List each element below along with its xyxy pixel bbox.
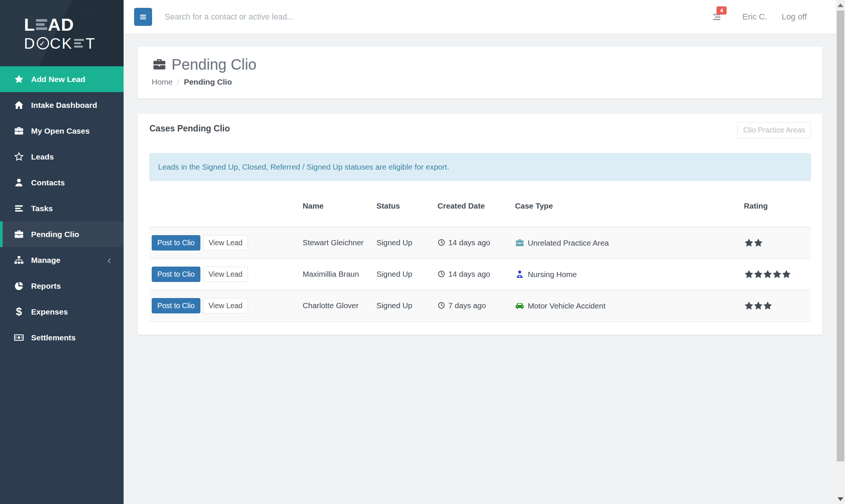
search-input[interactable]: [164, 0, 488, 34]
sitemap-icon: [14, 255, 24, 265]
cell-name: Maximillia Braun: [303, 258, 376, 290]
sidebar-item-label: Expenses: [31, 307, 68, 316]
breadcrumb-separator: /: [177, 78, 179, 86]
page-header-card: Pending Clio Home / Pending Clio: [138, 47, 823, 98]
sidebar: LAD D✓CKT Add New LeadIntake DashboardMy…: [0, 0, 124, 504]
dollar-icon: $: [14, 307, 24, 317]
sidebar-item-my-open-cases[interactable]: My Open Cases: [0, 118, 124, 144]
cell-rating: [744, 227, 811, 258]
sidebar-item-contacts[interactable]: Contacts: [0, 170, 124, 195]
star-icon: [744, 238, 754, 248]
star-icon: [753, 238, 763, 248]
star-icon: [744, 301, 754, 311]
cell-created-date: 14 days ago: [437, 258, 515, 290]
sidebar-item-label: Reports: [31, 282, 61, 291]
view-lead-button[interactable]: View Lead: [203, 298, 248, 313]
breadcrumb-current: Pending Clio: [184, 78, 232, 86]
sidebar-item-pending-clio[interactable]: Pending Clio: [0, 221, 124, 247]
sidebar-item-manage[interactable]: Manage: [0, 247, 124, 273]
cell-status: Signed Up: [376, 227, 437, 258]
sidebar-item-reports[interactable]: Reports: [0, 273, 124, 299]
column-header-case-type: Case Type: [515, 181, 744, 227]
topbar-right: 4 Eric C. Log off: [712, 0, 807, 34]
topbar: 4 Eric C. Log off: [124, 0, 836, 34]
briefcase-icon: [152, 57, 167, 72]
scrollbar-down-arrow[interactable]: [838, 497, 844, 501]
table-row: Post to ClioView LeadCharlotte GloverSig…: [149, 290, 811, 321]
sidebar-item-settlements[interactable]: Settlements: [0, 325, 124, 350]
scrollbar-thumb[interactable]: [837, 10, 844, 461]
sidebar-item-leads[interactable]: Leads: [0, 144, 124, 170]
nurse-icon: [515, 270, 524, 279]
view-lead-button[interactable]: View Lead: [203, 267, 248, 282]
home-icon: [14, 100, 24, 110]
sidebar-item-label: Leads: [31, 152, 54, 161]
table-row: Post to ClioView LeadMaximillia BraunSig…: [149, 258, 811, 290]
cell-case-type: Motor Vehicle Accident: [515, 290, 744, 321]
page-title: Pending Clio: [172, 56, 257, 73]
star-icon: [772, 269, 782, 279]
user-menu-link[interactable]: Eric C.: [742, 12, 767, 22]
sidebar-item-label: Intake Dashboard: [31, 101, 97, 110]
post-to-clio-button[interactable]: Post to Clio: [152, 235, 200, 251]
clock-icon: [437, 239, 445, 246]
post-to-clio-button[interactable]: Post to Clio: [152, 267, 200, 282]
hamburger-menu-icon: [139, 13, 148, 21]
logo-lead: LAD: [24, 16, 124, 33]
cell-rating: [744, 290, 811, 321]
star-outline-icon: [14, 152, 24, 162]
briefcase-icon: [515, 238, 524, 248]
money-bill-icon: [14, 333, 24, 343]
star-icon: [763, 301, 773, 311]
clock-icon: [437, 301, 445, 309]
sidebar-item-add-new-lead[interactable]: Add New Lead: [0, 66, 124, 92]
sidebar-item-label: Manage: [31, 256, 60, 265]
cell-rating: [744, 258, 811, 290]
pie-chart-icon: [14, 281, 24, 291]
car-icon: [515, 301, 524, 310]
sidebar-item-intake-dashboard[interactable]: Intake Dashboard: [0, 92, 124, 118]
cell-name: Stewart Gleichner: [303, 227, 376, 258]
sidebar-item-label: Contacts: [31, 178, 65, 187]
table-row: Post to ClioView LeadStewart GleichnerSi…: [149, 227, 811, 258]
column-header-rating: Rating: [744, 181, 811, 227]
logoff-link[interactable]: Log off: [782, 12, 807, 22]
column-header-name: Name: [303, 181, 376, 227]
cell-case-type: Unrelated Practice Area: [515, 227, 744, 258]
logo-e-lines-icon: [74, 39, 84, 48]
clio-practice-areas-button[interactable]: Clio Practice Areas: [737, 122, 811, 138]
menu-toggle-button[interactable]: [134, 8, 152, 26]
sidebar-item-label: Settlements: [31, 333, 76, 342]
view-lead-button[interactable]: View Lead: [203, 235, 248, 251]
app-logo[interactable]: LAD D✓CKT: [0, 0, 124, 66]
page-title-row: Pending Clio: [152, 56, 823, 73]
sidebar-item-label: My Open Cases: [31, 127, 90, 136]
notification-badge: 4: [717, 6, 727, 15]
sidebar-item-expenses[interactable]: $Expenses: [0, 299, 124, 325]
cell-status: Signed Up: [376, 290, 437, 321]
sidebar-item-label: Add New Lead: [31, 75, 85, 84]
list-icon: [14, 203, 24, 213]
cases-panel: Cases Pending Clio Clio Practice Areas L…: [138, 114, 823, 335]
star-icon: [753, 301, 763, 311]
info-alert: Leads in the Signed Up, Closed, Referred…: [149, 153, 811, 181]
breadcrumb-home-link[interactable]: Home: [152, 78, 173, 86]
panel-title: Cases Pending Clio: [149, 124, 230, 134]
scrollbar-up-arrow[interactable]: [838, 3, 844, 7]
sidebar-item-label: Pending Clio: [31, 230, 79, 239]
user-icon: [14, 177, 24, 188]
logo-e-bars-icon: [36, 19, 47, 30]
notifications-button[interactable]: 4: [712, 12, 722, 22]
post-to-clio-button[interactable]: Post to Clio: [152, 298, 200, 313]
cell-created-date: 7 days ago: [437, 290, 515, 321]
scrollbar[interactable]: [836, 0, 845, 504]
chevron-left-icon: [106, 257, 112, 263]
cell-case-type: Nursing Home: [515, 258, 744, 290]
star-icon: [781, 269, 791, 279]
sidebar-item-tasks[interactable]: Tasks: [0, 195, 124, 221]
main-content: Pending Clio Home / Pending Clio Cases P…: [124, 34, 836, 504]
column-header-actions: [149, 181, 303, 227]
breadcrumb: Home / Pending Clio: [152, 78, 823, 86]
logo-docket: D✓CKT: [24, 36, 124, 51]
clock-icon: [437, 270, 445, 278]
